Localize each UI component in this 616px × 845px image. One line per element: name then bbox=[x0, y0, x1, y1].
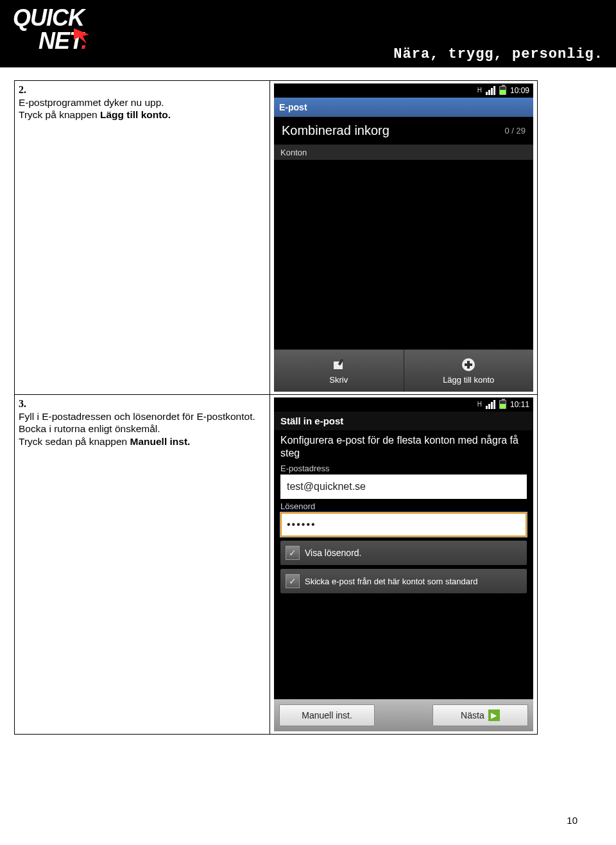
arrow-right-icon: ▶ bbox=[488, 710, 500, 721]
compose-icon bbox=[331, 357, 346, 372]
instruction-cell-step2: 2. E-postprogrammet dyker nu upp. Tryck … bbox=[15, 81, 270, 395]
next-label: Nästa bbox=[461, 710, 484, 720]
manual-setup-button[interactable]: Manuell inst. bbox=[279, 704, 375, 726]
bottom-actionbar: Skriv Lägg till konto bbox=[274, 349, 533, 392]
email-field-label: E-postadress bbox=[280, 464, 527, 473]
step3-line3: Tryck sedan på knappen Manuell inst. bbox=[19, 435, 266, 448]
statusbar: H 10:11 bbox=[274, 397, 533, 412]
step3-line2: Bocka i rutorna enligt önskemål. bbox=[19, 422, 266, 435]
quicknet-logo: QUICK NET. bbox=[13, 6, 128, 53]
phone-screenshot-setup: H 10:11 Ställ in e-post Konfigurera e-po… bbox=[274, 397, 533, 731]
plus-icon bbox=[461, 357, 476, 372]
instruction-cell-step3: 3. Fyll i E-postadressen och lösenordet … bbox=[15, 395, 270, 735]
phone-screenshot-inbox: H 10:09 E-post Kombinerad inkorg 0 / 29 … bbox=[274, 83, 533, 392]
step3-line1: Fyll i E-postadressen och lösenordet för… bbox=[19, 410, 266, 422]
default-account-label: Skicka e-post från det här kontot som st… bbox=[305, 577, 478, 586]
password-field-label: Lösenord bbox=[280, 501, 527, 511]
step2-line2a: Tryck på knappen bbox=[19, 109, 100, 120]
svg-marker-0 bbox=[74, 28, 89, 44]
step2-line2b: Lägg till konto. bbox=[100, 109, 171, 120]
step3-line3b: Manuell inst. bbox=[130, 436, 190, 447]
setup-description: Konfigurera e-post för de flesta konton … bbox=[280, 434, 527, 460]
logo-arrow-icon bbox=[74, 28, 99, 44]
step-number: 2. bbox=[19, 83, 266, 96]
battery-icon bbox=[499, 400, 506, 409]
inbox-title: Kombinerad inkorg bbox=[282, 123, 389, 138]
accounts-section-header: Konton bbox=[274, 145, 533, 160]
status-time: 10:09 bbox=[510, 86, 529, 95]
app-title-bar: E-post bbox=[274, 98, 533, 117]
empty-accounts-area bbox=[274, 160, 533, 349]
step2-line2: Tryck på knappen Lägg till konto. bbox=[19, 109, 266, 121]
battery-icon bbox=[499, 86, 506, 95]
step-number: 3. bbox=[19, 397, 266, 410]
show-password-checkbox-row[interactable]: ✓ Visa lösenord. bbox=[280, 541, 527, 565]
statusbar: H 10:09 bbox=[274, 83, 533, 98]
add-account-button[interactable]: Lägg till konto bbox=[404, 350, 534, 392]
next-button[interactable]: Nästa ▶ bbox=[432, 704, 528, 726]
network-h-icon: H bbox=[477, 87, 482, 94]
app-title: E-post bbox=[279, 102, 307, 112]
step2-line1: E-postprogrammet dyker nu upp. bbox=[19, 96, 266, 109]
checkbox-icon: ✓ bbox=[286, 546, 300, 560]
page-header: QUICK NET. Nära, trygg, personlig. bbox=[0, 0, 616, 67]
instruction-table: 2. E-postprogrammet dyker nu upp. Tryck … bbox=[14, 80, 538, 735]
page-number: 10 bbox=[567, 815, 578, 826]
signal-icon bbox=[486, 86, 495, 95]
email-field[interactable] bbox=[280, 475, 527, 499]
screenshot-cell-2: H 10:11 Ställ in e-post Konfigurera e-po… bbox=[270, 395, 538, 735]
default-account-checkbox-row[interactable]: ✓ Skicka e-post från det här kontot som … bbox=[280, 569, 527, 593]
write-button[interactable]: Skriv bbox=[274, 350, 404, 392]
setup-screen-title: Ställ in e-post bbox=[274, 412, 533, 430]
manual-setup-label: Manuell inst. bbox=[302, 710, 352, 720]
inbox-count: 0 / 29 bbox=[504, 126, 526, 135]
screenshot-cell-1: H 10:09 E-post Kombinerad inkorg 0 / 29 … bbox=[270, 81, 538, 395]
write-label: Skriv bbox=[329, 375, 348, 385]
network-h-icon: H bbox=[477, 401, 482, 408]
logo-line1: QUICK bbox=[13, 6, 128, 30]
show-password-label: Visa lösenord. bbox=[305, 548, 361, 558]
checkbox-icon: ✓ bbox=[286, 574, 300, 588]
status-time: 10:11 bbox=[510, 400, 529, 409]
step3-line3a: Tryck sedan på knappen bbox=[19, 436, 130, 447]
signal-icon bbox=[486, 400, 495, 409]
password-field[interactable] bbox=[280, 512, 527, 537]
svg-rect-5 bbox=[465, 363, 472, 366]
add-account-label: Lägg till konto bbox=[443, 375, 494, 385]
combined-inbox-row[interactable]: Kombinerad inkorg 0 / 29 bbox=[274, 117, 533, 145]
tagline: Nära, trygg, personlig. bbox=[393, 46, 603, 62]
setup-bottom-bar: Manuell inst. Nästa ▶ bbox=[274, 699, 533, 731]
